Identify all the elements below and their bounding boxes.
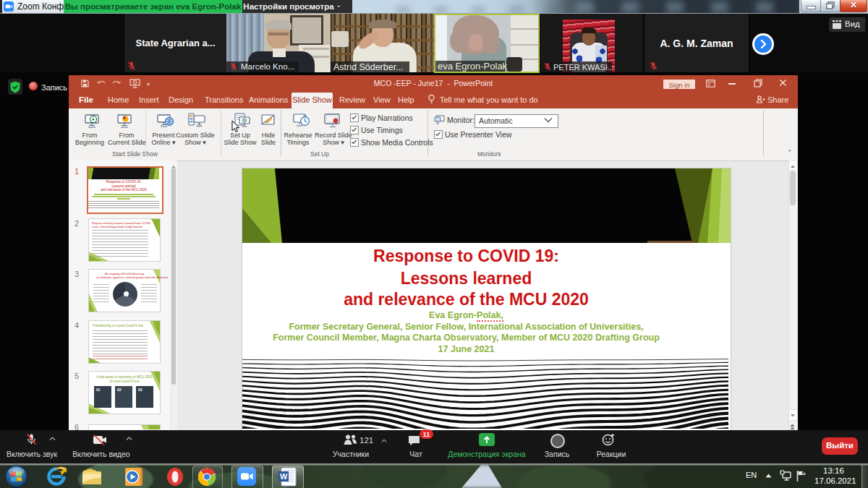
svg-text:W: W xyxy=(280,472,288,481)
